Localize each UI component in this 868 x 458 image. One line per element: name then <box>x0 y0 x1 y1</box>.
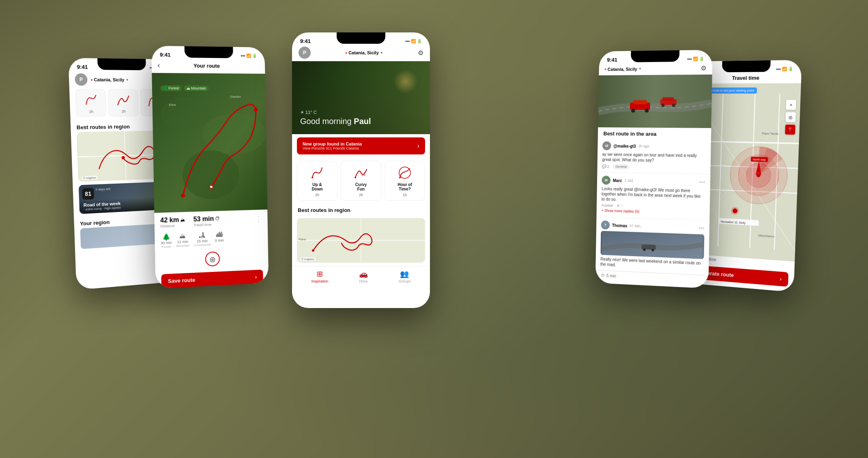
travel-value: 53 min <box>193 215 214 223</box>
phone-3-map: PianaTavola Niz... © mapbox <box>297 218 425 263</box>
up-down-route-icon <box>309 165 325 181</box>
route-preview-1[interactable]: 2h <box>75 89 106 117</box>
route-preview-2[interactable]: 2h <box>108 89 138 117</box>
post-1-time: 2h ago <box>638 144 649 148</box>
signal-icon-4: ▪▪▪ <box>687 57 692 61</box>
distance-value: 42 km <box>160 216 179 224</box>
location-button[interactable]: 📍 <box>785 124 795 135</box>
save-route-button[interactable]: Save route › <box>161 270 263 289</box>
week-number-badge: 81 <box>82 188 94 200</box>
battery-icon-3: 🔋 <box>417 39 422 43</box>
terrain-countryside: 🏞 15 min Countryside <box>193 231 211 248</box>
route-icon-2 <box>115 92 131 108</box>
back-button[interactable]: ‹ <box>157 61 160 70</box>
map-controls: + ◎ 📍 <box>785 100 796 135</box>
svg-point-22 <box>312 249 314 252</box>
mountain-terrain-icon: ⛰ <box>179 232 186 240</box>
post-2-menu[interactable]: ••• <box>699 179 705 186</box>
likes-count: 8 ♡ <box>617 204 623 208</box>
route-card-up-down[interactable]: Up &Down 2h <box>297 161 337 201</box>
greeting-text: Good morning Paul <box>300 117 371 126</box>
phone-3-best-routes: Best routes in region <box>292 204 430 215</box>
post-1-actions: 💬 2 General <box>602 164 705 171</box>
phone-3-location[interactable]: ● Catania, Sicily ▼ <box>345 50 383 55</box>
post-2-time: 2 Std. <box>625 179 634 183</box>
chevron-right-icon-5: › <box>780 276 782 282</box>
post-1-text: ay we were once again on tour and have i… <box>602 152 706 164</box>
grid-icon: ⊞ <box>317 270 323 278</box>
location-dot-3: ● <box>345 51 347 55</box>
wifi-icon-4: 📶 <box>693 57 698 61</box>
svg-point-13 <box>210 185 213 188</box>
days-left: 3 days left <box>95 187 110 192</box>
signal-icon-5: ▪▪▪ <box>776 67 781 71</box>
phone-3-hero: ☀ 11° C Good morning Paul <box>292 61 430 134</box>
route-up-down-name: Up &Down <box>312 182 322 191</box>
nav-drive[interactable]: 🚗 Drive <box>359 270 368 283</box>
other-icon: 🏙 <box>216 231 222 239</box>
chevron-right-icon: › <box>255 274 257 280</box>
mapbox-logo-1: © mapbox <box>82 176 97 180</box>
phone-4-hero <box>598 75 712 128</box>
phone-5-status-icons: ▪▪▪ 📶 🔋 <box>776 66 793 71</box>
promo-banner[interactable]: New group found in Catania View Porsche … <box>297 137 425 154</box>
distance-stat: 42 km ⛰ Distance <box>160 216 185 228</box>
phone-5-notch <box>722 60 771 72</box>
post-1-header: M @maike-gt3 2h ago <box>602 141 706 152</box>
nav-inspiration[interactable]: ⊞ Inspiration <box>312 270 329 283</box>
hero-text: ☀ 11° C Good morning Paul <box>300 110 371 126</box>
compass-button[interactable]: ◎ <box>785 112 796 122</box>
wifi-icon-2: 📶 <box>246 54 251 58</box>
phone-2-notch <box>185 46 233 58</box>
waypoint-area: ◎ <box>155 247 269 271</box>
terrain-forest: 🌲 30 min Forest <box>161 233 172 248</box>
comment-icon[interactable]: 💬 2 <box>602 164 609 168</box>
phone-4-notch <box>631 50 679 62</box>
phone-3-route-cards: Up &Down 2h 20 CurvyFun 2h <box>292 158 430 204</box>
travel-time-icon: ⏱ <box>601 273 605 278</box>
svg-text:Piano Tavola: Piano Tavola <box>762 132 778 135</box>
mapbox-logo-3: © mapbox <box>300 257 316 261</box>
promo-title: New group found in Catania <box>303 141 362 146</box>
settings-icon-4[interactable]: ⚙ <box>700 64 707 72</box>
reply-label[interactable]: Answer <box>602 203 613 208</box>
promo-chevron: › <box>417 142 419 150</box>
route-up-down-time: 2h <box>315 193 319 197</box>
clock-icon: ⏱ <box>215 216 220 221</box>
signal-icon-3: ▪▪▪ <box>405 39 410 43</box>
svg-point-16 <box>355 177 356 178</box>
phone-2-status-icons: ▪▪▪ 📶 🔋 <box>241 54 257 58</box>
chevron-4: ▼ <box>638 67 642 71</box>
battery-icon-5: 🔋 <box>788 66 793 71</box>
post-3-time: 57 Min. <box>630 224 641 228</box>
phone-3-avatar: P <box>299 47 311 59</box>
svg-point-18 <box>399 177 401 178</box>
waypoint-icon[interactable]: ◎ <box>205 251 220 266</box>
phone-2-title: Your route <box>163 62 249 69</box>
car-icon: 🚗 <box>359 270 368 278</box>
route-curvy-time: 2h <box>359 193 363 197</box>
location-dot-4: ● <box>604 67 606 71</box>
post-2-header: M Marc 2 Std. ••• <box>602 176 705 187</box>
post-3-header: T Thomas 57 Min. ••• <box>601 220 705 233</box>
route-card-hour-time[interactable]: Hour ofTime? 1h <box>385 161 425 201</box>
svg-text:Giardini: Giardini <box>230 95 241 98</box>
phone-4-location[interactable]: ● Catania, Sicily ▼ <box>604 66 642 72</box>
phone-3-notch <box>337 32 385 44</box>
route-card-curvy-fun[interactable]: 20 CurvyFun 2h <box>341 161 381 201</box>
forest-badge: 🌲 Forest <box>160 85 181 91</box>
terrain-mountain: ⛰ 12 min Mountain <box>176 232 189 248</box>
phone-1-time: 9:41 <box>77 64 88 70</box>
phone-4: 9:41 ▪▪▪ 📶 🔋 ● Catania, Sicily ▼ ⚙ <box>595 50 713 289</box>
settings-icon[interactable]: ⚙ <box>418 49 423 57</box>
phone-1-location[interactable]: ● Catania, Sicily ▼ <box>90 77 129 82</box>
wifi-icon-3: 📶 <box>411 39 416 43</box>
post-3-avatar: T <box>601 220 610 229</box>
nav-groups[interactable]: 👥 Groups <box>399 270 411 283</box>
svg-text:Piana: Piana <box>299 238 306 241</box>
signal-icon-2: ▪▪▪ <box>241 54 245 58</box>
phone-4-post-1: M @maike-gt3 2h ago ay we were once agai… <box>597 138 711 175</box>
zoom-in-button[interactable]: + <box>786 100 796 110</box>
post-3-menu[interactable]: ••• <box>698 225 705 232</box>
phone-3-bottom-nav: ⊞ Inspiration 🚗 Drive 👥 Groups <box>292 266 430 288</box>
